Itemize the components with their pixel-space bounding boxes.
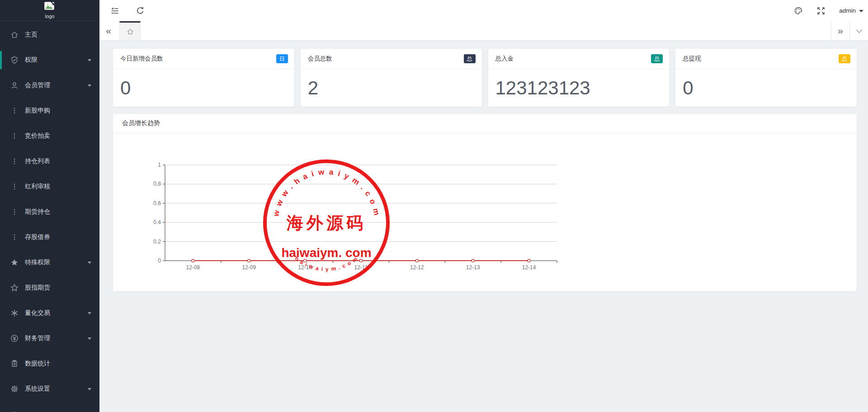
sidebar-item-label: 会员管理: [25, 81, 50, 89]
clipboard-icon: [10, 360, 19, 368]
gear-icon: [10, 385, 19, 393]
svg-text:12-12: 12-12: [410, 264, 424, 271]
stat-card: 总入金总123123123: [488, 49, 670, 107]
stat-card-value: 0: [113, 69, 294, 107]
dots-vertical-icon: [10, 157, 19, 165]
stat-card-header: 总入金总: [488, 49, 670, 69]
caret-down-icon: [88, 59, 91, 61]
svg-text:12-09: 12-09: [242, 264, 256, 271]
navbar-right: admin: [794, 6, 863, 15]
sidebar-item-label: 期货持仓: [25, 208, 50, 216]
stat-card-title: 会员总数: [308, 55, 332, 63]
stat-card: 会员总数总2: [301, 49, 482, 107]
sidebar-item-stock-lending[interactable]: 存股借券: [0, 225, 99, 250]
fullscreen-icon[interactable]: [816, 6, 826, 15]
caret-down-icon: [88, 84, 91, 87]
svg-text:12-10: 12-10: [298, 264, 312, 271]
sidebar-item-finance[interactable]: 财务管理: [0, 326, 99, 351]
broken-logo-image-icon: [44, 1, 56, 13]
tab-bar-controls: »: [831, 21, 868, 40]
sidebar-item-quant-trading[interactable]: 量化交易: [0, 300, 99, 326]
chart-title: 会员增长趋势: [113, 114, 857, 133]
sidebar-item-members[interactable]: 会员管理: [0, 73, 99, 98]
user-icon: [10, 81, 19, 89]
tabs-scroll-left-button[interactable]: «: [99, 21, 118, 40]
sidebar-item-permissions[interactable]: 权限: [0, 47, 99, 73]
caret-down-icon: [88, 337, 91, 340]
caret-down-icon: [88, 262, 91, 264]
stat-card-header: 总提现总: [675, 49, 857, 69]
sidebar-item-auction[interactable]: 竞价拍卖: [0, 123, 99, 149]
caret-down-icon: [88, 312, 91, 314]
svg-text:12-13: 12-13: [466, 264, 480, 271]
dots-vertical-icon: [10, 107, 19, 115]
shield-check-icon: [10, 56, 19, 64]
stat-card-title: 今日新增会员数: [120, 55, 163, 63]
svg-text:12-14: 12-14: [522, 264, 536, 271]
stat-card-title: 总提现: [683, 55, 701, 63]
stat-cards-row: 今日新增会员数日0会员总数总2总入金总123123123总提现总0: [113, 49, 857, 107]
sidebar-item-label: 红利审核: [25, 183, 50, 191]
theme-palette-icon[interactable]: [794, 6, 803, 15]
dots-vertical-icon: [10, 208, 19, 216]
sidebar-item-home[interactable]: 主页: [0, 22, 99, 47]
sidebar-item-system-settings[interactable]: 系统设置: [0, 376, 99, 402]
dots-vertical-icon: [10, 183, 19, 191]
dots-vertical-icon: [10, 233, 19, 241]
sidebar-item-label: 股指期货: [25, 284, 50, 292]
sidebar-item-label: 竞价拍卖: [25, 132, 50, 140]
admin-dropdown[interactable]: admin: [839, 7, 863, 14]
chart-canvas: 00.20.40.60.8112-0812-0912-1012-1112-121…: [113, 133, 857, 291]
svg-text:0.2: 0.2: [153, 239, 161, 245]
dots-vertical-icon: [10, 410, 19, 412]
home-icon: [10, 31, 19, 39]
stat-card-header: 今日新增会员数日: [113, 49, 294, 69]
sidebar-item-index-futures[interactable]: 股指期货: [0, 275, 99, 300]
sidebar-item-statistics[interactable]: 数据统计: [0, 351, 99, 376]
refresh-icon[interactable]: [136, 6, 145, 15]
sidebar: logo 主页权限会员管理新股申购竞价拍卖持仓列表红利审核期货持仓存股借券特殊权…: [0, 0, 99, 412]
sidebar-item-label: 权限: [25, 56, 38, 64]
page-content: 今日新增会员数日0会员总数总2总入金总123123123总提现总0 会员增长趋势…: [99, 41, 868, 412]
stat-card-badge: 总: [651, 54, 663, 63]
navbar-left: [110, 6, 145, 15]
stat-card-value: 0: [675, 69, 857, 107]
star-outline-icon: [10, 284, 19, 292]
caret-down-icon: [859, 10, 863, 12]
tabs-menu-button[interactable]: [850, 21, 868, 40]
sidebar-item-label: 数据统计: [25, 360, 50, 368]
sidebar-item-dividend-audit[interactable]: 红利审核: [0, 174, 99, 199]
stat-card-title: 总入金: [495, 55, 514, 63]
chevron-down-icon: [856, 27, 862, 33]
svg-text:0.8: 0.8: [153, 181, 161, 187]
main-area: admin « » 今日新增会员数日0会员总数总2总入金总123123123总提…: [99, 0, 868, 412]
stat-card: 今日新增会员数日0: [113, 49, 294, 107]
stat-card-header: 会员总数总: [301, 49, 482, 69]
top-navbar: admin: [99, 0, 868, 21]
stat-card-value: 2: [301, 69, 482, 107]
caret-down-icon: [88, 388, 91, 390]
sidebar-item-futures-positions[interactable]: 期货持仓: [0, 199, 99, 225]
stat-card: 总提现总0: [675, 49, 857, 107]
growth-chart-card: 会员增长趋势 00.20.40.60.8112-0812-0912-1012-1…: [113, 114, 857, 291]
sidebar-item-ipo[interactable]: 新股申购: [0, 98, 99, 123]
sidebar-item-label: 持仓列表: [25, 157, 50, 165]
tab-home[interactable]: [119, 21, 141, 40]
tabs-scroll-right-button[interactable]: »: [831, 21, 849, 40]
tab-bar: « »: [99, 21, 868, 41]
menu-fold-icon[interactable]: [110, 6, 119, 15]
yen-circle-icon: [10, 334, 19, 342]
sidebar-item-label: 特殊权限: [25, 258, 50, 267]
stat-card-value: 123123123: [488, 69, 670, 107]
sidebar-item-positions[interactable]: 持仓列表: [0, 149, 99, 174]
svg-text:12-11: 12-11: [354, 264, 368, 271]
svg-text:0: 0: [158, 258, 161, 264]
svg-text:0.4: 0.4: [153, 219, 161, 225]
star-filled-icon: [10, 258, 19, 267]
svg-text:0.6: 0.6: [153, 200, 161, 206]
sidebar-item-label: 财务管理: [25, 334, 50, 342]
sidebar-item-special-permissions[interactable]: 特殊权限: [0, 250, 99, 275]
sidebar-item-label: 量化交易: [25, 309, 50, 317]
asterisk-icon: [10, 309, 19, 317]
sidebar-item-cutoff[interactable]: [0, 402, 99, 412]
